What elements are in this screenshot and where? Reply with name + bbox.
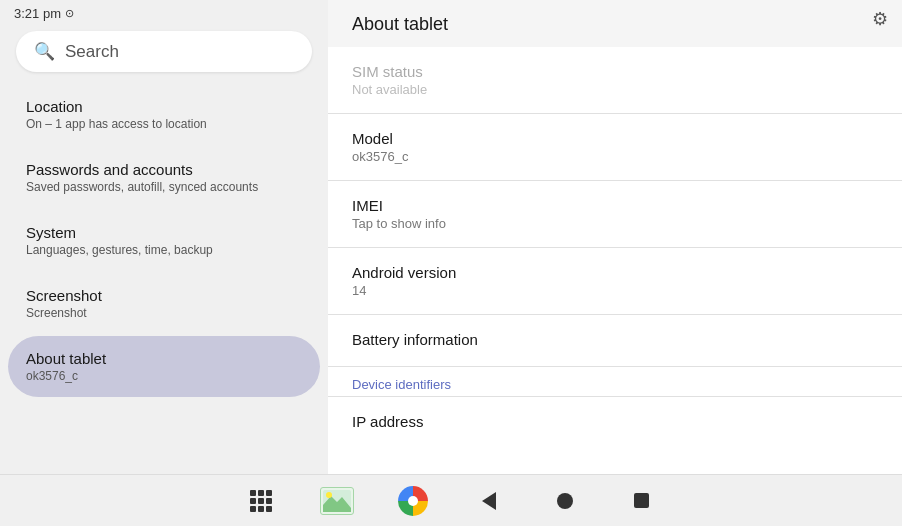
main-layout: 3:21 pm ⊙ 🔍 Search Location On – 1 app h… — [0, 0, 902, 474]
recents-square-icon — [634, 493, 649, 508]
sidebar-item-screenshot-subtitle: Screenshot — [26, 306, 302, 320]
bottom-nav — [0, 474, 902, 526]
nav-back-button[interactable] — [471, 483, 507, 519]
settings-icon[interactable]: ⚙ — [872, 8, 888, 30]
sidebar-items-list: Location On – 1 app has access to locati… — [0, 84, 328, 474]
sidebar-item-location-title: Location — [26, 98, 302, 115]
sidebar-item-passwords-title: Passwords and accounts — [26, 161, 302, 178]
search-bar[interactable]: 🔍 Search — [16, 31, 312, 72]
photos-icon — [396, 484, 430, 518]
nav-home-button[interactable] — [547, 483, 583, 519]
gallery-thumb-icon — [320, 487, 354, 515]
setting-model[interactable]: Model ok3576_c — [328, 114, 902, 180]
sidebar-item-system-title: System — [26, 224, 302, 241]
sidebar-item-system[interactable]: System Languages, gestures, time, backup — [8, 210, 320, 271]
setting-imei-title: IMEI — [352, 197, 878, 214]
setting-sim-status-title: SIM status — [352, 63, 878, 80]
back-triangle-icon — [482, 492, 496, 510]
nav-recents-button[interactable] — [623, 483, 659, 519]
sidebar-item-screenshot[interactable]: Screenshot Screenshot — [8, 273, 320, 334]
sidebar-item-screenshot-title: Screenshot — [26, 287, 302, 304]
search-label: Search — [65, 42, 119, 62]
setting-android-version-title: Android version — [352, 264, 878, 281]
sidebar-item-about-title: About tablet — [26, 350, 302, 367]
search-bar-container: 🔍 Search — [0, 25, 328, 84]
nav-photos-button[interactable] — [395, 483, 431, 519]
sidebar-item-system-subtitle: Languages, gestures, time, backup — [26, 243, 302, 257]
apps-grid-icon — [250, 490, 272, 512]
status-bar-left: 3:21 pm ⊙ — [14, 6, 74, 21]
svg-point-2 — [326, 492, 332, 498]
content-header: About tablet — [328, 0, 902, 47]
setting-android-version-subtitle: 14 — [352, 283, 878, 298]
sidebar-item-about[interactable]: About tablet ok3576_c — [8, 336, 320, 397]
status-icon: ⊙ — [65, 7, 74, 20]
nav-gallery-button[interactable] — [319, 483, 355, 519]
sidebar-item-about-subtitle: ok3576_c — [26, 369, 302, 383]
sidebar-item-passwords-subtitle: Saved passwords, autofill, synced accoun… — [26, 180, 302, 194]
nav-apps-button[interactable] — [243, 483, 279, 519]
status-bar: 3:21 pm ⊙ — [0, 0, 328, 25]
setting-imei[interactable]: IMEI Tap to show info — [328, 181, 902, 247]
svg-point-3 — [408, 496, 418, 506]
sidebar-item-location[interactable]: Location On – 1 app has access to locati… — [8, 84, 320, 145]
setting-ip-address[interactable]: IP address — [328, 397, 902, 448]
status-time: 3:21 pm — [14, 6, 61, 21]
setting-sim-status[interactable]: SIM status Not available — [328, 47, 902, 113]
setting-model-title: Model — [352, 130, 878, 147]
setting-imei-subtitle: Tap to show info — [352, 216, 878, 231]
setting-battery[interactable]: Battery information — [328, 315, 902, 366]
setting-battery-title: Battery information — [352, 331, 878, 348]
setting-android-version[interactable]: Android version 14 — [328, 248, 902, 314]
sidebar: 3:21 pm ⊙ 🔍 Search Location On – 1 app h… — [0, 0, 328, 474]
sidebar-item-location-subtitle: On – 1 app has access to location — [26, 117, 302, 131]
section-device-identifiers: Device identifiers — [328, 367, 902, 396]
content-body: SIM status Not available Model ok3576_c … — [328, 47, 902, 474]
content-panel: About tablet ⚙ SIM status Not available … — [328, 0, 902, 474]
search-icon: 🔍 — [34, 41, 55, 62]
content-title: About tablet — [352, 14, 448, 34]
setting-ip-address-title: IP address — [352, 413, 878, 430]
sidebar-item-passwords[interactable]: Passwords and accounts Saved passwords, … — [8, 147, 320, 208]
setting-model-subtitle: ok3576_c — [352, 149, 878, 164]
home-circle-icon — [557, 493, 573, 509]
setting-sim-status-subtitle: Not available — [352, 82, 878, 97]
